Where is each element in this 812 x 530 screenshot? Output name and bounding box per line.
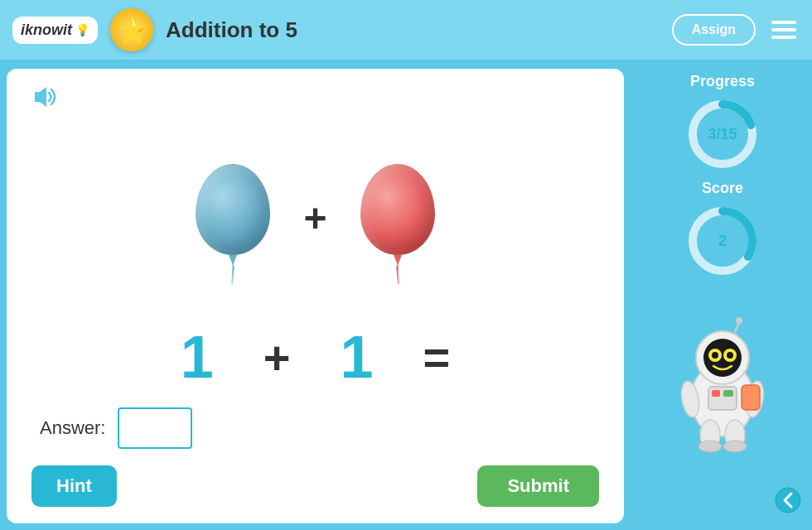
star-badge: ⭐ [110, 8, 153, 51]
balloon-blue [196, 164, 270, 255]
balloon-blue-container [196, 164, 270, 273]
score-label: Score [644, 180, 801, 197]
balloon-red [360, 164, 435, 255]
hint-button[interactable]: Hint [31, 465, 117, 507]
divider [631, 69, 633, 523]
svg-point-10 [712, 352, 718, 359]
question-panel: + 1 + 1 = Answer: [7, 69, 624, 523]
balloon-red-string [396, 265, 399, 283]
plus-operator-balloons: + [303, 195, 326, 241]
progress-value: 3/15 [708, 126, 737, 143]
balloon-red-container [360, 164, 435, 273]
score-section: Score 2 [644, 180, 801, 278]
assign-button[interactable]: Assign [672, 14, 756, 46]
svg-point-20 [698, 441, 722, 452]
number2-display: 1 [341, 323, 374, 391]
number1-display: 1 [181, 323, 214, 391]
plus-operator-numbers: + [263, 330, 291, 384]
bottom-buttons: Hint Submit [31, 457, 599, 507]
svg-rect-12 [708, 387, 737, 410]
menu-line-1 [771, 21, 796, 24]
back-button[interactable] [775, 487, 801, 519]
progress-label: Progress [644, 73, 801, 90]
score-circle: 2 [685, 204, 760, 278]
svg-rect-13 [712, 390, 720, 397]
svg-rect-17 [742, 385, 760, 410]
equals-operator: = [423, 330, 451, 384]
logo: iknowit 💡 [12, 17, 98, 44]
header: iknowit 💡 ⭐ Addition to 5 Assign [0, 0, 812, 62]
svg-rect-14 [723, 390, 733, 397]
robot-section [644, 287, 801, 479]
main-content: + 1 + 1 = Answer: [0, 62, 812, 530]
svg-point-11 [727, 352, 733, 359]
logo-text: iknowit [21, 22, 72, 39]
logo-bulb-icon: 💡 [75, 23, 89, 36]
svg-point-21 [723, 441, 747, 452]
score-value: 2 [718, 233, 727, 250]
svg-point-23 [736, 317, 742, 324]
svg-line-22 [735, 322, 739, 333]
menu-button[interactable] [768, 17, 800, 42]
answer-label: Answer: [40, 417, 105, 439]
answer-input[interactable] [118, 407, 192, 449]
progress-circle: 3/15 [685, 97, 760, 171]
sound-icon[interactable] [31, 85, 58, 113]
progress-section: Progress 3/15 [644, 73, 801, 171]
menu-line-2 [771, 28, 796, 31]
star-icon: ⭐ [117, 16, 147, 45]
menu-line-3 [771, 36, 796, 39]
svg-marker-0 [35, 87, 46, 107]
answer-row: Answer: [31, 407, 599, 449]
balloon-row: + [31, 122, 599, 315]
submit-button[interactable]: Submit [477, 465, 599, 507]
number-row: 1 + 1 = [31, 323, 599, 391]
robot-astronaut-icon [660, 312, 785, 453]
balloon-blue-string [232, 265, 235, 283]
app-container: iknowit 💡 ⭐ Addition to 5 Assign [0, 0, 812, 530]
svg-point-24 [776, 488, 800, 513]
right-panel: Progress 3/15 Score 2 [640, 69, 805, 523]
lesson-title: Addition to 5 [166, 17, 660, 43]
